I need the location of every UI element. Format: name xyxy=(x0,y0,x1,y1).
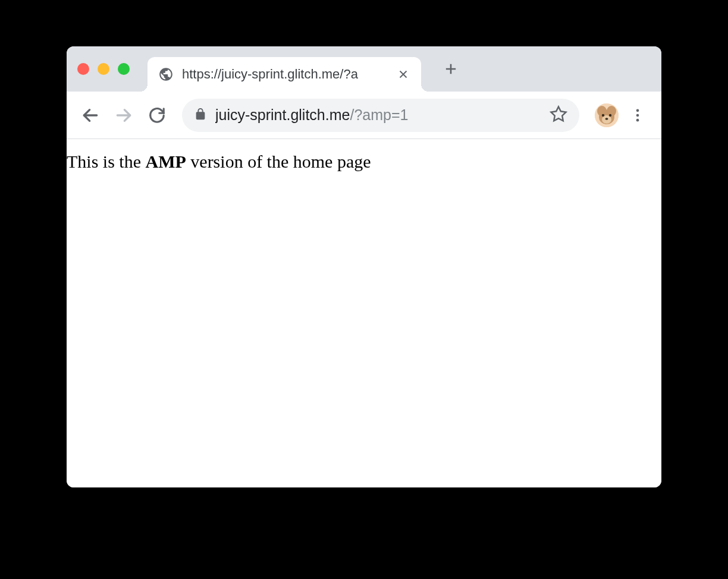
tab-bar: https://juicy-sprint.glitch.me/?a xyxy=(67,46,661,92)
page-content: This is the AMP version of the home page xyxy=(67,139,661,487)
window-controls xyxy=(77,63,130,75)
svg-point-12 xyxy=(602,114,604,116)
globe-icon xyxy=(158,67,174,82)
menu-button[interactable] xyxy=(623,101,652,130)
text-after: version of the home page xyxy=(186,152,371,171)
svg-point-13 xyxy=(609,114,611,116)
url-domain: juicy-sprint.glitch.me xyxy=(215,106,350,123)
svg-point-17 xyxy=(636,118,639,121)
tab-title: https://juicy-sprint.glitch.me/?a xyxy=(182,67,391,82)
forward-button[interactable] xyxy=(109,101,138,130)
text-bold: AMP xyxy=(146,152,186,171)
browser-window: https://juicy-sprint.glitch.me/?a xyxy=(67,46,661,487)
svg-marker-6 xyxy=(551,106,566,121)
browser-tab[interactable]: https://juicy-sprint.glitch.me/?a xyxy=(148,57,421,92)
page-text: This is the AMP version of the home page xyxy=(67,150,661,173)
bookmark-star-icon[interactable] xyxy=(550,105,567,125)
profile-avatar[interactable] xyxy=(595,103,619,127)
address-bar[interactable]: juicy-sprint.glitch.me/?amp=1 xyxy=(182,99,579,132)
text-before: This is the xyxy=(67,152,146,171)
new-tab-button[interactable] xyxy=(438,56,464,82)
svg-point-15 xyxy=(636,109,639,112)
url-text: juicy-sprint.glitch.me/?amp=1 xyxy=(215,106,541,124)
svg-point-16 xyxy=(636,114,639,117)
maximize-window-button[interactable] xyxy=(118,63,130,75)
lock-icon xyxy=(194,108,207,123)
minimize-window-button[interactable] xyxy=(98,63,109,75)
url-path: /?amp=1 xyxy=(350,106,408,123)
close-window-button[interactable] xyxy=(77,63,89,75)
toolbar: juicy-sprint.glitch.me/?amp=1 xyxy=(67,92,661,139)
close-tab-button[interactable] xyxy=(396,67,410,81)
svg-point-14 xyxy=(605,118,608,120)
reload-button[interactable] xyxy=(143,101,171,130)
back-button[interactable] xyxy=(76,101,105,130)
